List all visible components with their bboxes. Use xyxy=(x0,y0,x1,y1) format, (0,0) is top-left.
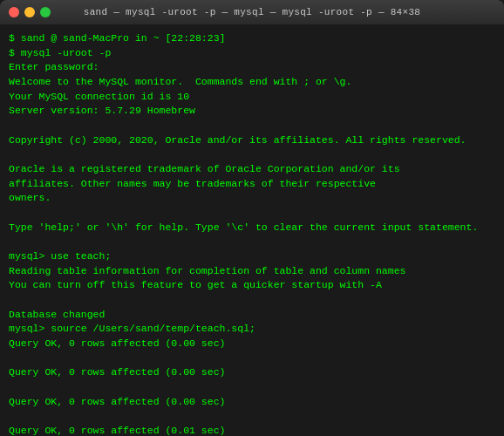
terminal-body[interactable]: $ sand @ sand-MacPro in ~ [22:28:23] $ m… xyxy=(0,24,504,436)
close-button[interactable] xyxy=(9,7,19,17)
title-bar-buttons xyxy=(9,7,51,17)
terminal-output: $ sand @ sand-MacPro in ~ [22:28:23] $ m… xyxy=(9,31,495,436)
window-title: sand — mysql -uroot -p — mysql — mysql -… xyxy=(84,7,420,17)
minimize-button[interactable] xyxy=(24,7,35,17)
maximize-button[interactable] xyxy=(40,7,51,17)
title-bar: sand — mysql -uroot -p — mysql — mysql -… xyxy=(0,0,504,24)
